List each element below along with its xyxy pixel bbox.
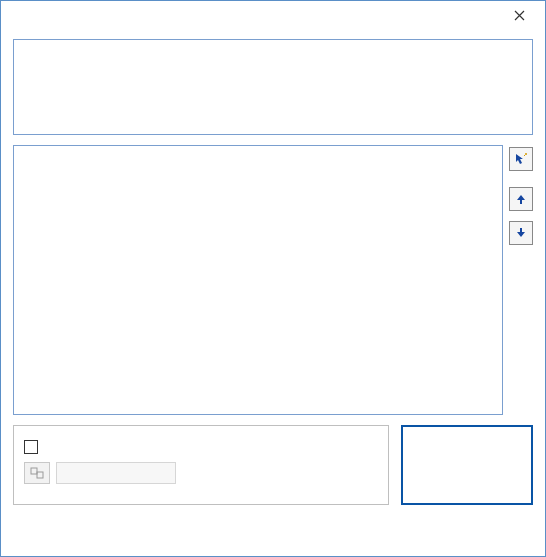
list-side-buttons: [509, 145, 533, 245]
enable-row[interactable]: [24, 440, 378, 454]
add-file-button[interactable]: [509, 147, 533, 171]
move-down-button[interactable]: [509, 221, 533, 245]
translate-icon: [30, 467, 44, 479]
new-translation-row: [24, 462, 378, 484]
arrow-down-icon: [515, 227, 527, 239]
new-translation-button: [24, 462, 50, 484]
enable-checkbox[interactable]: [24, 440, 38, 454]
titlebar: [1, 1, 545, 29]
svg-marker-0: [516, 154, 523, 164]
main-row: [13, 145, 533, 415]
translation-mode-group: [13, 425, 389, 505]
svg-rect-1: [31, 468, 37, 474]
mod-files-list[interactable]: [13, 145, 503, 415]
done-button[interactable]: [401, 425, 533, 505]
content-area: [1, 29, 545, 556]
bottom-row: [13, 425, 533, 505]
arrow-up-icon: [515, 193, 527, 205]
close-icon: [514, 10, 525, 21]
base-files-list[interactable]: [13, 39, 533, 135]
star-cursor-icon: [514, 152, 528, 166]
new-translation-field: [56, 462, 176, 484]
close-button[interactable]: [499, 3, 539, 27]
svg-rect-2: [37, 472, 43, 478]
move-up-button[interactable]: [509, 187, 533, 211]
dialog-window: [0, 0, 546, 557]
